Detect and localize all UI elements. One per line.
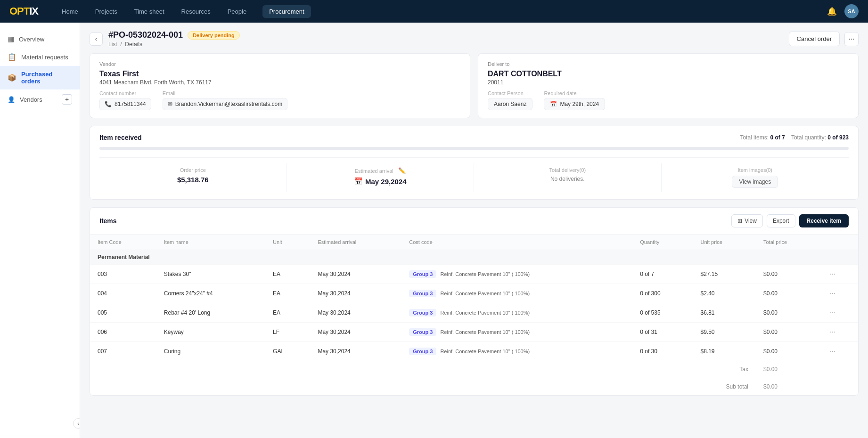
metric-order-price: Order price $5,318.76 bbox=[99, 163, 287, 192]
view-images-button[interactable]: View images bbox=[732, 176, 778, 188]
subtotal-label: Sub total bbox=[90, 378, 756, 396]
view-icon: ⊞ bbox=[737, 218, 742, 224]
col-estimated-arrival: Estimated arrival bbox=[310, 235, 401, 250]
export-button[interactable]: Export bbox=[767, 214, 795, 227]
cell-unit-price: $27.15 bbox=[693, 265, 756, 284]
metric-estimated-arrival: Estimated arrival ✏️ 📅 May 29,2024 bbox=[287, 163, 475, 192]
row-more-button[interactable]: ··· bbox=[829, 347, 835, 355]
col-unit: Unit bbox=[265, 235, 310, 250]
cell-unit: EA bbox=[265, 284, 310, 303]
purchased-orders-icon: 📦 bbox=[8, 73, 16, 82]
breadcrumb-details: Details bbox=[125, 41, 142, 48]
breadcrumb-list[interactable]: List bbox=[108, 41, 117, 48]
receive-item-button[interactable]: Receive item bbox=[799, 214, 849, 227]
col-total-price: Total price bbox=[756, 235, 822, 250]
item-received-title: Item received bbox=[99, 134, 142, 141]
progress-bar bbox=[99, 147, 849, 150]
cell-quantity: 0 of 300 bbox=[632, 284, 693, 303]
nav-resources[interactable]: Resources bbox=[180, 6, 212, 17]
row-more-button[interactable]: ··· bbox=[829, 308, 835, 316]
nav-procurement[interactable]: Procurement bbox=[262, 5, 311, 18]
cell-cost: Group 3 Reinf. Concrete Pavement 10" ( 1… bbox=[401, 303, 632, 323]
section-row-permanent: Permanent Material bbox=[90, 250, 858, 265]
calendar-icon: 📅 bbox=[550, 101, 557, 107]
view-button[interactable]: ⊞ View bbox=[731, 214, 763, 227]
overview-icon: ▦ bbox=[8, 35, 14, 43]
items-table: Item Code Item name Unit Estimated arriv… bbox=[90, 235, 858, 395]
cell-arrival: May 30,2024 bbox=[310, 342, 401, 361]
deliver-code: 20011 bbox=[488, 79, 849, 86]
section-label: Permanent Material bbox=[90, 250, 858, 265]
cell-unit-price: $6.81 bbox=[693, 303, 756, 323]
cell-cost: Group 3 Reinf. Concrete Pavement 10" ( 1… bbox=[401, 342, 632, 361]
cell-cost: Group 3 Reinf. Concrete Pavement 10" ( 1… bbox=[401, 265, 632, 284]
cell-arrival: May 30,2024 bbox=[310, 303, 401, 323]
add-vendor-button[interactable]: + bbox=[62, 94, 72, 105]
sidebar-label-overview: Overview bbox=[19, 36, 44, 43]
status-badge: Delivery pending bbox=[188, 31, 240, 40]
required-date-label: Required date bbox=[544, 90, 605, 96]
col-item-name: Item name bbox=[156, 235, 265, 250]
cell-code: 007 bbox=[90, 342, 156, 361]
email-icon: ✉ bbox=[168, 101, 172, 107]
cell-unit: EA bbox=[265, 303, 310, 323]
tax-label: Tax bbox=[90, 361, 756, 378]
cancel-order-button[interactable]: Cancel order bbox=[789, 32, 840, 46]
app-logo: OPTIX bbox=[9, 5, 38, 17]
cell-unit-price: $9.50 bbox=[693, 323, 756, 342]
group-badge: Group 3 bbox=[409, 270, 436, 278]
cost-desc: Reinf. Concrete Pavement 10" ( 100%) bbox=[440, 310, 530, 316]
cell-arrival: May 30,2024 bbox=[310, 323, 401, 342]
sidebar-item-material-requests[interactable]: 📋 Material requests bbox=[0, 48, 80, 66]
row-more-button[interactable]: ··· bbox=[829, 289, 835, 297]
contact-number-label: Contact number bbox=[99, 90, 151, 96]
group-badge: Group 3 bbox=[409, 328, 436, 336]
cell-total-price: $0.00 bbox=[756, 303, 822, 323]
col-unit-price: Unit price bbox=[693, 235, 756, 250]
cell-quantity: 0 of 535 bbox=[632, 303, 693, 323]
sidebar-label-material: Material requests bbox=[21, 54, 68, 61]
cost-desc: Reinf. Concrete Pavement 10" ( 100%) bbox=[440, 329, 530, 335]
nav-home[interactable]: Home bbox=[61, 6, 79, 17]
tax-value: $0.00 bbox=[756, 361, 822, 378]
sidebar-item-purchased-orders[interactable]: 📦 Purchased orders bbox=[0, 66, 80, 89]
subtotal-row: Sub total $0.00 bbox=[90, 378, 858, 396]
material-requests-icon: 📋 bbox=[8, 53, 16, 61]
cell-total-price: $0.00 bbox=[756, 265, 822, 284]
deliver-card: Deliver to DART COTTONBELT 20011 Contact… bbox=[478, 53, 859, 118]
vendor-name: Texas First bbox=[99, 70, 460, 78]
nav-timesheet[interactable]: Time sheet bbox=[133, 6, 165, 17]
tax-row: Tax $0.00 bbox=[90, 361, 858, 378]
vendors-icon: 👤 bbox=[8, 96, 15, 103]
table-row: 005 Rebar #4 20' Long EA May 30,2024 Gro… bbox=[90, 303, 858, 323]
top-nav: OPTIX Home Projects Time sheet Resources… bbox=[0, 0, 868, 23]
sidebar-item-vendors[interactable]: 👤 Vendors + bbox=[0, 89, 80, 109]
cell-unit-price: $2.40 bbox=[693, 284, 756, 303]
cell-name: Stakes 30" bbox=[156, 265, 265, 284]
cell-code: 005 bbox=[90, 303, 156, 323]
edit-arrival-icon[interactable]: ✏️ bbox=[398, 167, 406, 174]
cell-cost: Group 3 Reinf. Concrete Pavement 10" ( 1… bbox=[401, 284, 632, 303]
cost-desc: Reinf. Concrete Pavement 10" ( 100%) bbox=[440, 271, 530, 277]
cell-total-price: $0.00 bbox=[756, 323, 822, 342]
table-row: 004 Corners 24"x24" #4 EA May 30,2024 Gr… bbox=[90, 284, 858, 303]
phone-icon: 📞 bbox=[105, 101, 112, 107]
collapse-sidebar-button[interactable]: ‹ bbox=[73, 418, 80, 429]
cost-desc: Reinf. Concrete Pavement 10" ( 100%) bbox=[440, 349, 530, 354]
table-row: 007 Curing GAL May 30,2024 Group 3 Reinf… bbox=[90, 342, 858, 361]
nav-people[interactable]: People bbox=[227, 6, 247, 17]
metric-total-delivery: Total delivery(0) No deliveries. bbox=[474, 163, 662, 192]
row-more-button[interactable]: ··· bbox=[829, 328, 835, 336]
more-options-button[interactable]: ··· bbox=[844, 32, 859, 46]
bell-icon[interactable]: 🔔 bbox=[827, 7, 837, 16]
row-more-button[interactable]: ··· bbox=[829, 270, 835, 278]
group-badge: Group 3 bbox=[409, 290, 436, 297]
vendor-phone: 📞 8175811344 bbox=[99, 98, 151, 110]
sidebar-item-overview[interactable]: ▦ Overview bbox=[0, 30, 80, 48]
required-date-value: 📅 May 29th, 2024 bbox=[544, 98, 605, 110]
nav-projects[interactable]: Projects bbox=[94, 6, 118, 17]
items-section: Items ⊞ View Export Receive item Item Co… bbox=[90, 207, 859, 396]
items-actions: ⊞ View Export Receive item bbox=[731, 214, 849, 227]
cell-code: 006 bbox=[90, 323, 156, 342]
back-button[interactable]: ‹ bbox=[90, 32, 103, 46]
